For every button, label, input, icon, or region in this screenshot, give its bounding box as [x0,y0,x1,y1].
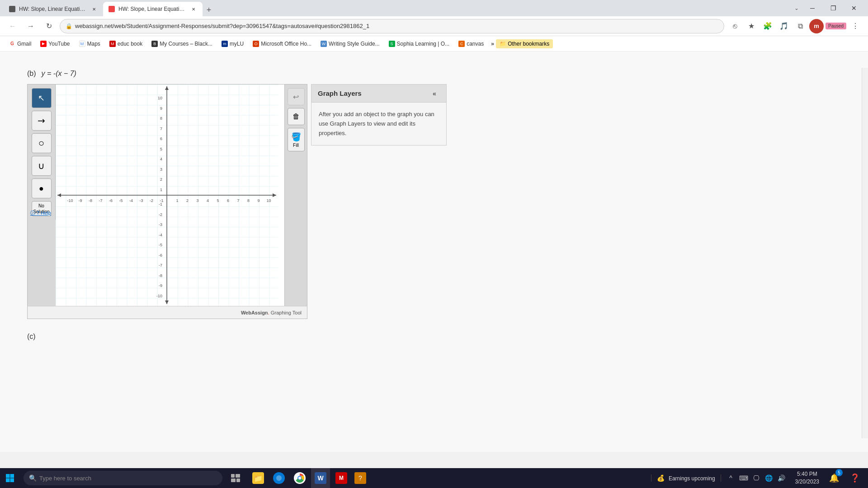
media-button[interactable]: 🎵 [777,19,791,33]
line-tool-button[interactable]: ↗ [32,111,52,131]
scrollbar[interactable] [862,68,868,438]
forward-button[interactable]: → [24,19,38,33]
mcafee-button[interactable]: M [332,468,351,488]
tab-1[interactable]: HW: Slope, Linear Equations, Fun... ✕ [4,2,103,16]
fill-button[interactable]: 🪣 Fill [288,128,305,151]
page-content: (b) y = -(x − 7) ↖ ↗ [0,52,868,452]
bookmark-canvas[interactable]: C canvas [455,39,487,49]
select-tool-button[interactable]: ↖ [32,88,52,108]
mycourses-favicon: B [151,41,158,47]
other-bookmarks-folder[interactable]: 📁 Other bookmarks [496,39,553,48]
earnings-notification[interactable]: 💰 Earnings upcoming [651,474,721,482]
svg-text:5: 5 [160,147,162,151]
tray-expand-button[interactable]: ^ [726,474,736,483]
chrome-button[interactable] [290,468,309,488]
bookmark-office[interactable]: O Microsoft Office Ho... [249,39,315,49]
graph-footer: WebAssign. Graphing Tool [28,306,307,319]
bookmark-gmail[interactable]: G Gmail [5,39,35,49]
parabola-tool-button[interactable]: ∪ [32,156,52,176]
bookmark-sophia[interactable]: S Sophia Learning | O... [385,39,453,49]
left-toolbar: ↖ ↗ ○ ∪ ● No Solution [28,84,56,220]
canvas-favicon: C [458,41,465,47]
panel-body: After you add an object to the graph you… [311,103,446,145]
title-bar: HW: Slope, Linear Equations, Fun... ✕ HW… [0,0,868,16]
undo-button[interactable]: ↩ [288,88,305,105]
notification-button[interactable]: 🔔 5 [825,468,844,488]
graph-tool-container: ↖ ↗ ○ ∪ ● No Solution [27,84,307,319]
svg-rect-56 [236,479,240,482]
svg-text:-7: -7 [99,198,102,203]
bookmark-mycourses[interactable]: B My Courses – Black... [148,39,216,49]
file-explorer-icon: 📁 [252,472,264,484]
minimize-button[interactable]: ─ [802,0,823,16]
tab-2[interactable]: HW: Slope, Linear Equations, Fun... ✕ [103,2,203,16]
paused-badge[interactable]: Paused [826,23,846,29]
keyboard-icon[interactable]: ⌨ [739,474,748,483]
file-explorer-button[interactable]: 📁 [249,468,268,488]
tabs-overflow-button[interactable]: ⌄ [791,3,802,14]
graph-canvas-area[interactable]: -10 -9 -8 -7 -6 -5 -4 -3 -2 -1 1 2 3 4 [56,84,284,306]
graph-tool-wrapper: ↖ ↗ ○ ∪ ● No Solution [27,84,841,319]
fill-label: Fill [293,143,299,148]
point-tool-button[interactable]: ● [32,178,52,198]
graph-tool-body: ↖ ↗ ○ ∪ ● No Solution [28,84,307,306]
bookmark-mylu[interactable]: m myLU [218,39,247,49]
svg-text:10: 10 [158,96,162,100]
brand-text: WebAssign. Graphing Tool [241,310,302,315]
taskbar-search-bar[interactable]: 🔍 Type here to search [24,471,222,485]
svg-rect-51 [6,479,10,483]
bookmark-maps[interactable]: M Maps [75,39,104,49]
volume-icon[interactable]: 🔊 [777,474,786,483]
svg-text:5: 5 [217,198,219,203]
svg-text:-3: -3 [159,222,162,227]
address-bar[interactable]: 🔒 webassign.net/web/Student/Assignment-R… [60,19,724,33]
bookmark-button[interactable]: ★ [744,19,759,33]
svg-text:-6: -6 [109,198,113,203]
circle-tool-button[interactable]: ○ [32,133,52,153]
browser-menu-button[interactable]: ⋮ [848,19,863,33]
taskbar: 🔍 Type here to search 📁 [0,468,868,488]
youtube-label: YouTube [48,41,70,47]
back-button[interactable]: ← [5,19,20,33]
profile-avatar[interactable]: m [809,19,824,33]
svg-text:2: 2 [186,198,189,203]
new-tab-button[interactable]: + [203,4,215,16]
close-button[interactable]: ✕ [844,0,864,16]
svg-text:3: 3 [160,167,162,172]
task-view-button[interactable] [226,468,245,488]
word-button[interactable]: W [311,468,330,488]
svg-text:-4: -4 [159,233,162,237]
bookmark-writing[interactable]: W Writing Style Guide... [317,39,383,49]
gmail-favicon: G [9,41,15,47]
extensions-button[interactable]: 🧩 [760,19,775,33]
help-icon-taskbar[interactable]: ❓ [845,468,864,488]
svg-text:-5: -5 [159,243,162,247]
delete-button[interactable]: 🗑 [288,108,305,125]
split-view-button[interactable]: ⧉ [793,19,807,33]
svg-text:-2: -2 [159,212,162,217]
clock[interactable]: 5:40 PM 3/20/2023 [792,470,823,486]
tab-close-2[interactable]: ✕ [190,5,197,13]
screen-share-icon[interactable]: 🖵 [752,474,761,483]
writing-favicon: W [321,41,327,47]
bookmark-educ[interactable]: M educ book [106,39,146,49]
taskbar-apps: 📁 [249,468,351,488]
network-icon[interactable]: 🌐 [764,474,774,483]
panel-collapse-button[interactable]: « [429,88,440,99]
educ-favicon: M [109,41,116,47]
help-link[interactable]: ⓘ ? Help [30,210,51,216]
restore-button[interactable]: ❐ [823,0,844,16]
chrome-icon [294,472,306,484]
svg-text:-10: -10 [67,198,73,203]
bookmarks-more-button[interactable]: » [491,41,494,47]
tab-close-1[interactable]: ✕ [90,5,98,13]
bookmark-youtube[interactable]: ▶ YouTube [37,39,73,49]
edge-button[interactable] [269,468,288,488]
start-button[interactable] [0,468,20,488]
svg-text:-1: -1 [159,202,162,206]
refresh-button[interactable]: ↻ [42,19,56,33]
svg-text:8: 8 [160,116,162,121]
system-tray: ^ ⌨ 🖵 🌐 🔊 [723,474,790,483]
share-button[interactable]: ⎋ [728,19,742,33]
unknown-app-button[interactable]: ? [351,468,370,488]
